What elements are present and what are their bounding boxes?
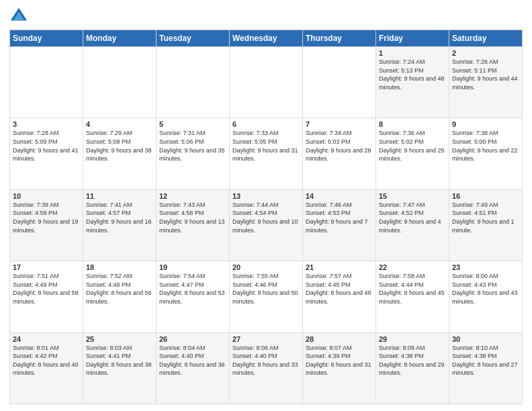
calendar-cell [10,47,83,118]
day-number: 23 [452,263,519,271]
day-number: 25 [86,335,153,343]
calendar-cell: 12Sunrise: 7:43 AM Sunset: 4:56 PM Dayli… [157,189,230,261]
day-number: 1 [379,49,446,57]
day-number: 8 [379,120,446,128]
calendar-cell: 26Sunrise: 8:04 AM Sunset: 4:40 PM Dayli… [157,332,230,404]
calendar-cell: 18Sunrise: 7:52 AM Sunset: 4:48 PM Dayli… [83,261,157,332]
calendar-cell [157,47,230,118]
calendar-cell: 3Sunrise: 7:28 AM Sunset: 5:09 PM Daylig… [10,118,83,189]
day-number: 14 [306,192,373,200]
calendar-cell: 7Sunrise: 7:34 AM Sunset: 5:03 PM Daylig… [303,118,376,189]
day-number: 4 [86,120,153,128]
calendar-cell: 14Sunrise: 7:46 AM Sunset: 4:53 PM Dayli… [303,189,376,261]
day-number: 26 [159,335,226,343]
day-info: Sunrise: 8:00 AM Sunset: 4:43 PM Dayligh… [452,272,519,306]
page: SundayMondayTuesdayWednesdayThursdayFrid… [0,0,532,411]
calendar-cell: 5Sunrise: 7:31 AM Sunset: 5:06 PM Daylig… [157,118,230,189]
day-info: Sunrise: 7:43 AM Sunset: 4:56 PM Dayligh… [159,201,226,234]
day-number: 20 [232,263,300,271]
day-info: Sunrise: 7:52 AM Sunset: 4:48 PM Dayligh… [86,272,153,306]
day-number: 29 [379,335,446,343]
day-info: Sunrise: 8:09 AM Sunset: 4:38 PM Dayligh… [379,344,446,377]
day-info: Sunrise: 8:06 AM Sunset: 4:40 PM Dayligh… [232,344,300,377]
calendar-cell: 17Sunrise: 7:51 AM Sunset: 4:49 PM Dayli… [10,261,83,332]
day-number: 11 [86,192,153,200]
column-header-sunday: Sunday [10,30,83,47]
day-info: Sunrise: 8:07 AM Sunset: 4:39 PM Dayligh… [306,344,373,377]
day-number: 12 [159,192,226,200]
calendar-cell: 29Sunrise: 8:09 AM Sunset: 4:38 PM Dayli… [376,332,449,404]
day-info: Sunrise: 7:57 AM Sunset: 4:45 PM Dayligh… [306,272,373,306]
calendar-cell: 2Sunrise: 7:26 AM Sunset: 5:11 PM Daylig… [449,47,523,118]
day-number: 7 [306,120,373,128]
day-info: Sunrise: 7:39 AM Sunset: 4:59 PM Dayligh… [13,201,80,234]
day-number: 10 [13,192,80,200]
day-info: Sunrise: 7:28 AM Sunset: 5:09 PM Dayligh… [13,129,80,163]
logo [9,7,31,26]
day-info: Sunrise: 7:38 AM Sunset: 5:00 PM Dayligh… [452,129,519,163]
day-info: Sunrise: 7:46 AM Sunset: 4:53 PM Dayligh… [306,201,373,234]
day-info: Sunrise: 7:31 AM Sunset: 5:06 PM Dayligh… [159,129,226,163]
calendar-cell [83,47,157,118]
calendar-week-4: 17Sunrise: 7:51 AM Sunset: 4:49 PM Dayli… [10,261,523,332]
calendar-cell: 10Sunrise: 7:39 AM Sunset: 4:59 PM Dayli… [10,189,83,261]
day-number: 22 [379,263,446,271]
day-info: Sunrise: 7:58 AM Sunset: 4:44 PM Dayligh… [379,272,446,306]
column-header-wednesday: Wednesday [230,30,303,47]
day-info: Sunrise: 7:29 AM Sunset: 5:08 PM Dayligh… [86,129,153,163]
calendar-cell: 1Sunrise: 7:24 AM Sunset: 5:13 PM Daylig… [376,47,449,118]
calendar-cell: 4Sunrise: 7:29 AM Sunset: 5:08 PM Daylig… [83,118,157,189]
calendar-week-3: 10Sunrise: 7:39 AM Sunset: 4:59 PM Dayli… [10,189,523,261]
day-info: Sunrise: 7:47 AM Sunset: 4:52 PM Dayligh… [379,201,446,234]
day-info: Sunrise: 7:49 AM Sunset: 4:51 PM Dayligh… [452,201,519,234]
calendar-cell: 23Sunrise: 8:00 AM Sunset: 4:43 PM Dayli… [449,261,523,332]
day-info: Sunrise: 8:01 AM Sunset: 4:42 PM Dayligh… [13,344,80,377]
calendar-cell [303,47,376,118]
day-info: Sunrise: 8:04 AM Sunset: 4:40 PM Dayligh… [159,344,226,377]
calendar-cell: 21Sunrise: 7:57 AM Sunset: 4:45 PM Dayli… [303,261,376,332]
calendar-cell: 9Sunrise: 7:38 AM Sunset: 5:00 PM Daylig… [449,118,523,189]
calendar-cell: 28Sunrise: 8:07 AM Sunset: 4:39 PM Dayli… [303,332,376,404]
day-number: 17 [13,263,80,271]
day-number: 5 [159,120,226,128]
column-header-tuesday: Tuesday [157,30,230,47]
day-info: Sunrise: 7:33 AM Sunset: 5:05 PM Dayligh… [232,129,300,163]
day-number: 13 [232,192,300,200]
day-number: 6 [232,120,300,128]
day-number: 18 [86,263,153,271]
day-info: Sunrise: 7:36 AM Sunset: 5:02 PM Dayligh… [379,129,446,163]
day-number: 15 [379,192,446,200]
calendar-week-5: 24Sunrise: 8:01 AM Sunset: 4:42 PM Dayli… [10,332,523,404]
day-number: 2 [452,49,519,57]
calendar-cell: 24Sunrise: 8:01 AM Sunset: 4:42 PM Dayli… [10,332,83,404]
calendar-cell: 15Sunrise: 7:47 AM Sunset: 4:52 PM Dayli… [376,189,449,261]
calendar-cell: 27Sunrise: 8:06 AM Sunset: 4:40 PM Dayli… [230,332,303,404]
calendar-cell: 6Sunrise: 7:33 AM Sunset: 5:05 PM Daylig… [230,118,303,189]
day-number: 28 [306,335,373,343]
day-info: Sunrise: 7:51 AM Sunset: 4:49 PM Dayligh… [13,272,80,306]
day-number: 27 [232,335,300,343]
header [9,7,523,26]
day-info: Sunrise: 7:54 AM Sunset: 4:47 PM Dayligh… [159,272,226,306]
calendar-header-row: SundayMondayTuesdayWednesdayThursdayFrid… [10,30,523,47]
column-header-monday: Monday [83,30,157,47]
calendar-cell: 16Sunrise: 7:49 AM Sunset: 4:51 PM Dayli… [449,189,523,261]
day-number: 19 [159,263,226,271]
day-number: 24 [13,335,80,343]
column-header-thursday: Thursday [303,30,376,47]
day-info: Sunrise: 8:03 AM Sunset: 4:41 PM Dayligh… [86,344,153,377]
calendar-week-1: 1Sunrise: 7:24 AM Sunset: 5:13 PM Daylig… [10,47,523,118]
day-number: 16 [452,192,519,200]
calendar: SundayMondayTuesdayWednesdayThursdayFrid… [9,30,523,404]
calendar-cell: 19Sunrise: 7:54 AM Sunset: 4:47 PM Dayli… [157,261,230,332]
calendar-cell: 25Sunrise: 8:03 AM Sunset: 4:41 PM Dayli… [83,332,157,404]
day-number: 21 [306,263,373,271]
calendar-cell: 8Sunrise: 7:36 AM Sunset: 5:02 PM Daylig… [376,118,449,189]
day-info: Sunrise: 7:44 AM Sunset: 4:54 PM Dayligh… [232,201,300,234]
calendar-cell: 30Sunrise: 8:10 AM Sunset: 4:38 PM Dayli… [449,332,523,404]
column-header-friday: Friday [376,30,449,47]
day-info: Sunrise: 8:10 AM Sunset: 4:38 PM Dayligh… [452,344,519,377]
calendar-cell: 11Sunrise: 7:41 AM Sunset: 4:57 PM Dayli… [83,189,157,261]
day-number: 3 [13,120,80,128]
column-header-saturday: Saturday [449,30,523,47]
